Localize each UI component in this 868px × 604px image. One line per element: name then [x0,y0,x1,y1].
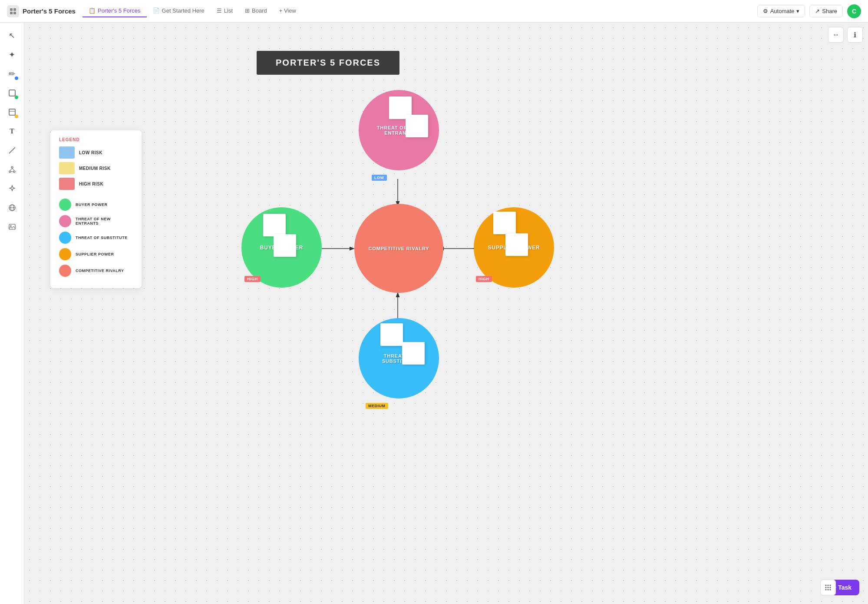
tab-icon: ⊞ [245,7,250,14]
supplier-power-circle-legend [59,248,71,260]
grid-dots-button[interactable] [820,580,836,595]
svg-point-10 [13,171,15,173]
svg-line-7 [9,147,15,153]
new-entrants-sticky-2[interactable] [406,115,428,137]
canvas-controls: ↔ ℹ [828,27,863,43]
high-risk-label: HIGH RISK [79,182,103,186]
high-risk-swatch [59,178,75,190]
svg-rect-4 [9,90,15,96]
substitute-sticky-2[interactable] [402,342,425,365]
app-logo [7,5,19,17]
image-tool[interactable] [4,219,20,235]
cursor-tool[interactable]: ↖ [4,28,20,43]
share-button[interactable]: ↗ Share [809,5,843,17]
legend-competitive-rivalry: COMPETITIVE RIVALRY [59,265,133,277]
info-button[interactable]: ℹ [847,27,863,43]
buyer-power-sticky-2[interactable] [274,234,296,257]
svg-point-30 [828,589,829,591]
left-sidebar: ↖ ✦ ✏ T [0,23,24,604]
svg-rect-5 [9,109,15,115]
svg-point-24 [828,585,829,586]
legend-high-risk: HIGH RISK [59,178,133,190]
fit-view-button[interactable]: ↔ [828,27,844,43]
buyer-power-sticky-1[interactable] [263,214,286,236]
svg-rect-2 [10,12,13,14]
svg-rect-17 [9,224,15,229]
globe-tool[interactable] [4,200,20,216]
substitute-circle-legend [59,232,71,244]
svg-rect-0 [10,8,13,11]
svg-rect-3 [13,12,16,14]
canvas: LEGEND LOW RISK MEDIUM RISK HIGH RISK BU… [24,23,868,604]
tab-get-started[interactable]: 📄 Get Started Here [147,5,211,17]
svg-point-25 [830,585,831,586]
svg-point-26 [825,587,827,588]
legend-circles: BUYER POWER THREAT OF NEW ENTRANTS THREA… [59,199,133,277]
network-tool[interactable] [4,162,20,177]
legend-panel: LEGEND LOW RISK MEDIUM RISK HIGH RISK BU… [50,130,142,288]
app-title: Porter's 5 Forces [23,7,76,15]
line-tool[interactable] [4,143,20,158]
tab-icon: ☰ [217,7,222,14]
supplier-power-risk-tag: HIGH [476,276,492,282]
tab-add-view[interactable]: + View [273,5,302,17]
legend-buyer-power: BUYER POWER [59,199,133,211]
chevron-down-icon: ▾ [796,8,799,14]
tab-list[interactable]: ☰ List [211,5,239,17]
legend-low-risk: LOW RISK [59,146,133,159]
competitive-rivalry-circle[interactable]: COMPETITIVE RIVALRY [354,204,443,293]
low-risk-swatch [59,146,75,159]
svg-point-31 [830,589,831,591]
tab-board[interactable]: ⊞ Board [239,5,273,17]
substitute-risk-tag: MEDIUM [366,403,388,409]
buyer-power-risk-tag: HIGH [244,276,261,282]
supplier-power-sticky-1[interactable] [493,212,516,234]
legend-title: LEGEND [59,137,133,142]
svg-rect-1 [13,8,16,11]
diagram-container: PORTER'S 5 FORCES THREAT OF NEW ENTRANTS… [159,46,593,459]
sticky-note-tool[interactable] [4,104,20,120]
svg-point-18 [10,226,11,227]
threat-substitute-label: THREAT OF SUBSTITUTE [359,353,439,364]
buyer-power-circle-legend [59,199,71,211]
tab-icon: 📋 [89,7,96,14]
legend-new-entrants: THREAT OF NEW ENTRANTS [59,215,133,227]
ai-tool[interactable] [4,181,20,196]
medium-risk-label: MEDIUM RISK [79,166,111,171]
svg-point-9 [9,171,11,173]
header-right: ⚙ Automate ▾ ↗ Share C [757,4,861,18]
magic-tool[interactable]: ✦ [4,47,20,63]
supplier-power-sticky-2[interactable] [505,233,528,256]
tab-icon: 📄 [153,7,160,14]
legend-supplier-power: SUPPLIER POWER [59,248,133,260]
avatar[interactable]: C [847,4,861,18]
legend-substitute: THREAT OF SUBSTITUTE [59,232,133,244]
svg-line-11 [10,168,12,171]
medium-risk-swatch [59,162,75,174]
svg-line-12 [12,168,14,171]
new-entrants-circle-legend [59,215,71,227]
diagram-title: PORTER'S 5 FORCES [257,51,399,75]
svg-point-8 [11,166,13,168]
new-entrants-risk-tag: LOW [372,175,387,181]
svg-point-27 [828,587,829,588]
low-risk-label: LOW RISK [79,150,102,155]
automate-icon: ⚙ [763,8,768,14]
competitive-rivalry-circle-legend [59,265,71,277]
pen-tool[interactable]: ✏ [4,66,20,82]
header: Porter's 5 Forces 📋 Porter's 5 Forces 📄 … [0,0,868,23]
shape-tool[interactable] [4,85,20,101]
svg-point-28 [830,587,831,588]
substitute-sticky-1[interactable] [380,323,403,346]
share-icon: ↗ [815,8,820,14]
header-tabs: 📋 Porter's 5 Forces 📄 Get Started Here ☰… [83,5,302,17]
svg-point-23 [825,585,827,586]
svg-point-29 [825,589,827,591]
automate-button[interactable]: ⚙ Automate ▾ [757,5,805,17]
competitive-rivalry-label: COMPETITIVE RIVALRY [361,246,437,251]
tab-porters-5-forces[interactable]: 📋 Porter's 5 Forces [83,5,147,17]
text-tool[interactable]: T [4,123,20,139]
legend-medium-risk: MEDIUM RISK [59,162,133,174]
